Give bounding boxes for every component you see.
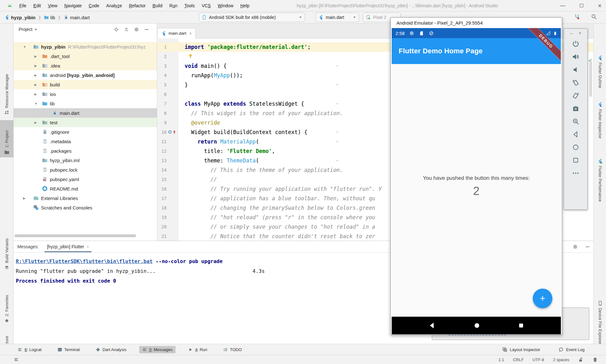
tab-main-dart[interactable]: main.dart × (157, 28, 196, 38)
tree-item--idea[interactable]: ▶.idea (14, 61, 157, 70)
editor-scrollbar[interactable] (589, 61, 592, 97)
sidebar-item--project[interactable]: 1: Project (0, 120, 14, 157)
tree-expand-arrow[interactable]: ▶ (34, 55, 37, 58)
tree-item-pubspec-lock[interactable]: pubspec.lock (14, 165, 157, 174)
tree-item-main-dart[interactable]: main.dart (14, 108, 157, 118)
menu-window[interactable]: Window (214, 3, 237, 8)
minus-icon[interactable] (144, 27, 149, 32)
close-tab-icon[interactable]: × (86, 244, 89, 249)
intention-bulb-icon[interactable] (188, 53, 193, 59)
tree-item-android[interactable]: ▶android [hyzp_yibin_android] (14, 70, 157, 80)
maximize-window-icon[interactable] (580, 0, 583, 11)
toolwindow-button-layout-inspector[interactable]: Layout Inspector (499, 346, 543, 354)
nav-back-button[interactable] (428, 322, 436, 329)
fold-marker-icon[interactable] (335, 64, 342, 68)
override-marker-icon[interactable] (168, 130, 172, 134)
emulator-zoom-icon[interactable] (572, 118, 579, 125)
attach-debugger-icon[interactable] (574, 14, 580, 20)
device-selector-dropdown[interactable]: Android SDK built for x86 (mobile) (199, 13, 305, 22)
tree-item--metadata[interactable]: .metadata (14, 137, 157, 146)
status-item[interactable]: 2 spaces (553, 357, 569, 362)
fold-marker-icon[interactable] (335, 158, 342, 162)
emulator-rotate-right-icon[interactable] (572, 92, 579, 99)
tree-item-hyzp-yibin-iml[interactable]: hyzp_yibin.iml (14, 156, 157, 165)
menu-help[interactable]: Help (237, 3, 253, 8)
menu-view[interactable]: View (45, 3, 61, 8)
sidebar-item-build-variants[interactable]: Build Variants (0, 226, 14, 273)
emulator-close-icon[interactable]: × (579, 31, 581, 36)
tree-item-hyzp-yibin[interactable]: ▼hyzp_yibinR:\FlutterProject\FlutterProj… (14, 42, 157, 51)
hector-icon[interactable] (592, 357, 598, 362)
emulator-back-icon[interactable] (572, 131, 579, 138)
sidebar-item-flutter-performance[interactable]: Flutter Performance (594, 159, 606, 227)
toolwindow-button-0-messages[interactable]: 0: Messages (139, 346, 176, 353)
sidebar-item--favorites[interactable]: 2: Favorites (0, 285, 14, 326)
menu-vcs[interactable]: VCS (198, 3, 214, 8)
menu-code[interactable]: Code (85, 3, 103, 8)
emulator-power-icon[interactable] (572, 40, 579, 48)
status-item[interactable]: 1:1 (498, 357, 504, 362)
hide-panel-icon[interactable] (585, 244, 590, 250)
breadcrumb-item[interactable]: hyzp_yibin (11, 15, 36, 20)
console-link[interactable]: R:\Flutter\FlutterSDK\flutter\bin\flutte… (16, 258, 152, 264)
tree-collapse-arrow[interactable]: ▼ (23, 45, 26, 49)
toolwindow-button-dart-analysis[interactable]: Dart Analysis (92, 346, 130, 353)
menu-edit[interactable]: Edit (30, 3, 45, 8)
menu-navigate[interactable]: Navigate (61, 3, 85, 8)
breadcrumb-item[interactable]: lib (50, 15, 55, 20)
emulator-volume-down-icon[interactable] (572, 66, 579, 73)
chevron-down-icon[interactable]: ▼ (34, 28, 38, 31)
tree-item-pubspec-yaml[interactable]: YMLpubspec.yaml (14, 174, 157, 184)
emulator-screen[interactable]: 2:58 Flutter Demo Home Page DEBUG You ha… (392, 28, 561, 334)
emulator-volume-up-icon[interactable] (572, 53, 579, 61)
minimize-window-icon[interactable]: — (560, 0, 565, 11)
sidebar-item-resource-manager[interactable]: Resource Manager (0, 55, 14, 118)
toolwindow-button-6-logcat[interactable]: 6: Logcat (15, 346, 45, 353)
nav-home-button[interactable] (473, 322, 480, 329)
tree-expand-arrow[interactable]: ▶ (34, 83, 37, 86)
implements-marker-icon[interactable] (172, 130, 176, 134)
toolwindow-button-event-log[interactable]: Event Log (555, 346, 588, 354)
tree-item--packages[interactable]: .packages (14, 146, 157, 156)
close-tab-icon[interactable]: × (189, 31, 192, 36)
project-panel-title[interactable]: Project (19, 27, 33, 32)
tree-item-build[interactable]: ▶build (14, 80, 157, 89)
menu-analyze[interactable]: Analyze (103, 3, 126, 8)
nav-overview-button[interactable] (518, 322, 524, 329)
tree-item-scratches-and-consoles[interactable]: Scratches and Consoles (14, 203, 157, 212)
settings-gear-icon[interactable] (573, 244, 578, 250)
tree-item-external-libraries[interactable]: ▶External Libraries (14, 193, 157, 203)
tree-item--gitignore[interactable]: .gitignore (14, 127, 157, 137)
emulator-rotate-left-icon[interactable] (572, 79, 579, 86)
menu-refactor[interactable]: Refactor (125, 3, 149, 8)
fold-marker-icon[interactable] (335, 102, 342, 106)
status-item[interactable]: UTF-8 (532, 357, 544, 362)
menu-run[interactable]: Run (166, 3, 181, 8)
breadcrumb-item[interactable]: main.dart (70, 15, 90, 20)
menu-file[interactable]: File (16, 3, 30, 8)
tab-flutter-console[interactable]: [hyzp_yibin] Flutter × (43, 241, 93, 252)
fold-marker-icon[interactable] (335, 139, 342, 144)
gear-icon[interactable] (134, 27, 139, 32)
locate-icon[interactable] (114, 27, 119, 32)
emulator-minimize-icon[interactable]: – (570, 31, 573, 36)
tree-item--dart-tool[interactable]: ▶.dart_tool (14, 51, 157, 61)
run-config-dropdown[interactable]: main.dart (316, 13, 359, 22)
tree-expand-arrow[interactable]: ▶ (34, 92, 37, 96)
fold-marker-icon[interactable] (335, 130, 342, 134)
close-window-icon[interactable]: × (598, 0, 602, 11)
tree-expand-arrow[interactable]: ▶ (34, 73, 37, 77)
emulator-screenshot-icon[interactable] (572, 105, 579, 112)
emulator-title-bar[interactable]: Android Emulator - Pixel_2_API_29:5554 (391, 18, 562, 28)
toolwindow-button-4-run[interactable]: 4: Run (185, 346, 210, 353)
tree-collapse-arrow[interactable]: ▼ (34, 102, 38, 105)
tree-expand-arrow[interactable]: ▶ (34, 121, 37, 124)
unlock-icon[interactable] (578, 357, 584, 362)
menu-build[interactable]: Build (149, 3, 166, 8)
tree-item-lib[interactable]: ▼lib (14, 99, 157, 108)
tree-expand-arrow[interactable]: ▶ (23, 197, 26, 200)
emulator-home-icon[interactable] (572, 144, 579, 151)
horizontal-scrollbar[interactable] (15, 234, 136, 237)
search-icon[interactable] (591, 14, 597, 20)
sidebar-item-flutter-inspector[interactable]: Flutter Inspector (594, 102, 606, 159)
